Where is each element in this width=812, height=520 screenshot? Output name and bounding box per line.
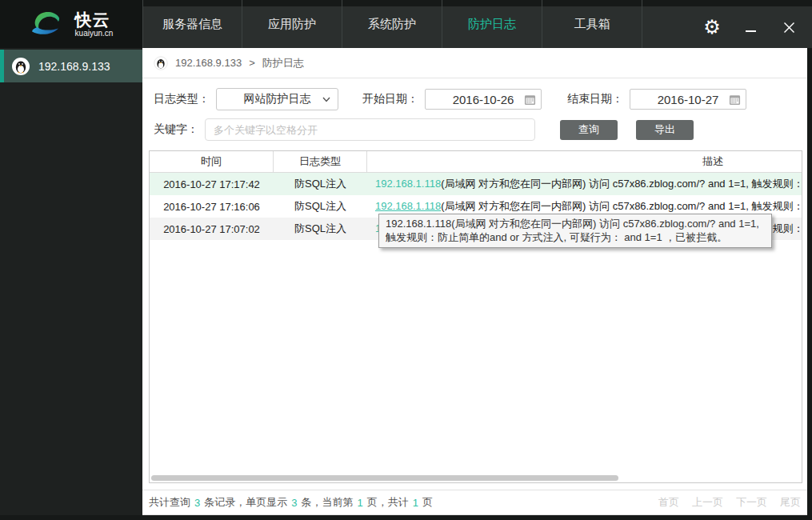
pagination-links: 首页 上一页 下一页 尾页 <box>658 495 801 510</box>
minimize-button[interactable] <box>737 14 764 41</box>
cell-log-type: 防SQL注入 <box>274 222 367 236</box>
server-ip-label: 192.168.9.133 <box>38 60 110 73</box>
minimize-icon <box>746 30 756 32</box>
chevron-down-icon <box>322 97 330 102</box>
start-date-label: 开始日期： <box>362 92 418 106</box>
pagination-bar: 共计查询 3 条记录，单页显示 3 条，当前第 1 页，共计 1 页 首页 上一… <box>142 490 807 515</box>
next-page-link[interactable]: 下一页 <box>736 495 767 510</box>
filter-row-1: 日志类型： 网站防护日志 开始日期： 2016-10-26 <box>154 88 746 110</box>
prev-page-link[interactable]: 上一页 <box>692 495 723 510</box>
breadcrumb-server: 192.168.9.133 <box>175 57 242 69</box>
end-date-value: 2016-10-27 <box>658 93 719 106</box>
summary-text: 共计查询 <box>149 495 190 510</box>
cell-time: 2016-10-27 17:07:02 <box>150 223 274 235</box>
cell-description: 192.168.1.118(局域网 对方和您在同一内部网) 访问 c57x86.… <box>367 199 802 214</box>
description-text: (局域网 对方和您在同一内部网) 访问 c57x86.zblog.com/? a… <box>441 178 802 190</box>
close-button[interactable] <box>775 14 802 41</box>
log-type-select[interactable]: 网站防护日志 <box>216 88 338 110</box>
filter-row-2: 关键字： 查询 导出 <box>154 118 694 141</box>
end-date-input[interactable]: 2016-10-27 <box>630 89 746 110</box>
start-date-input[interactable]: 2016-10-26 <box>425 89 542 110</box>
query-button[interactable]: 查询 <box>560 120 618 140</box>
selected-accent-bar <box>0 50 4 82</box>
keyword-input[interactable] <box>205 118 535 141</box>
header-log-type: 日志类型 <box>274 151 367 172</box>
log-type-value: 网站防护日志 <box>244 92 311 106</box>
tab-server-info[interactable]: 服务器信息 <box>142 0 242 48</box>
cell-time: 2016-10-27 17:16:06 <box>150 201 274 213</box>
app-logo: 快云 kuaiyun.cn <box>0 0 142 48</box>
kuaiyun-swirl-icon <box>30 9 70 39</box>
window-controls: ⚙ <box>698 6 802 48</box>
source-ip-link[interactable]: 192.168.1.118 <box>375 200 441 212</box>
description-tooltip: 192.168.1.118(局域网 对方和您在同一内部网) 访问 c57x86.… <box>378 214 772 248</box>
close-icon <box>783 22 795 34</box>
pagination-summary: 共计查询 3 条记录，单页显示 3 条，当前第 1 页，共计 1 页 <box>149 495 433 510</box>
cell-time: 2016-10-27 17:17:42 <box>150 178 274 190</box>
calendar-icon[interactable] <box>524 94 536 106</box>
tab-system-protection[interactable]: 系统防护 <box>342 0 442 48</box>
table-header-row: 时间 日志类型 描述 <box>150 151 802 173</box>
end-date-label: 结束日期： <box>567 92 623 106</box>
calendar-icon[interactable] <box>729 94 741 106</box>
main-nav: 服务器信息 应用防护 系统防护 防护日志 工具箱 <box>142 0 642 48</box>
summary-text: 条记录，单页显示 <box>204 495 287 510</box>
total-pages-count: 1 <box>413 497 418 509</box>
sidebar-item-server[interactable]: 192.168.9.133 <box>0 50 142 82</box>
cell-log-type: 防SQL注入 <box>274 199 367 214</box>
breadcrumb-page: 防护日志 <box>262 56 304 70</box>
logo-subtitle: kuaiyun.cn <box>75 30 114 38</box>
last-page-link[interactable]: 尾页 <box>780 495 801 510</box>
description-text: (局域网 对方和您在同一内部网) 访问 c57x86.zblog.com/? a… <box>441 200 802 212</box>
first-page-link[interactable]: 首页 <box>658 495 679 510</box>
linux-penguin-icon <box>11 57 30 76</box>
window-bottom-edge <box>0 515 812 520</box>
keyword-label: 关键字： <box>154 122 198 137</box>
tab-protection-logs[interactable]: 防护日志 <box>442 0 542 48</box>
tab-app-protection[interactable]: 应用防护 <box>242 0 342 48</box>
settings-button[interactable]: ⚙ <box>698 14 726 41</box>
linux-penguin-icon <box>154 56 168 70</box>
gear-icon: ⚙ <box>703 18 721 37</box>
source-ip-link[interactable]: 192.168.1.118 <box>375 178 441 190</box>
server-sidebar: 192.168.9.133 <box>0 48 142 520</box>
summary-text: 页 <box>422 495 433 510</box>
header-description: 描述 <box>367 151 802 172</box>
horizontal-scrollbar[interactable] <box>151 475 618 481</box>
log-table: 时间 日志类型 描述 2016-10-27 17:17:42 防SQL注入 19… <box>149 150 802 483</box>
summary-text: 条，当前第 <box>301 495 353 510</box>
cell-description: 192.168.1.118(局域网 对方和您在同一内部网) 访问 c57x86.… <box>367 177 802 191</box>
start-date-value: 2016-10-26 <box>453 93 514 106</box>
app-window: 快云 kuaiyun.cn 服务器信息 应用防护 系统防护 防护日志 工具箱 ⚙ <box>0 0 812 520</box>
breadcrumb: 192.168.9.133 > 防护日志 <box>142 48 807 78</box>
main-content: 192.168.9.133 > 防护日志 日志类型： 网站防护日志 开始日期： … <box>142 48 807 515</box>
export-button[interactable]: 导出 <box>636 120 694 140</box>
per-page-count: 3 <box>291 497 297 509</box>
table-row[interactable]: 2016-10-27 17:17:42 防SQL注入 192.168.1.118… <box>150 173 802 195</box>
log-type-label: 日志类型： <box>154 92 210 106</box>
logo-title: 快云 <box>75 11 114 28</box>
summary-text: 页，共计 <box>367 495 409 510</box>
header-time: 时间 <box>150 151 274 172</box>
cell-log-type: 防SQL注入 <box>274 177 367 191</box>
breadcrumb-separator: > <box>249 57 255 69</box>
window-right-edge <box>807 48 812 520</box>
top-bar: 快云 kuaiyun.cn 服务器信息 应用防护 系统防护 防护日志 工具箱 ⚙ <box>0 0 812 48</box>
current-page-number: 1 <box>357 497 362 509</box>
tab-toolbox[interactable]: 工具箱 <box>542 0 642 48</box>
total-records-count: 3 <box>194 497 200 509</box>
